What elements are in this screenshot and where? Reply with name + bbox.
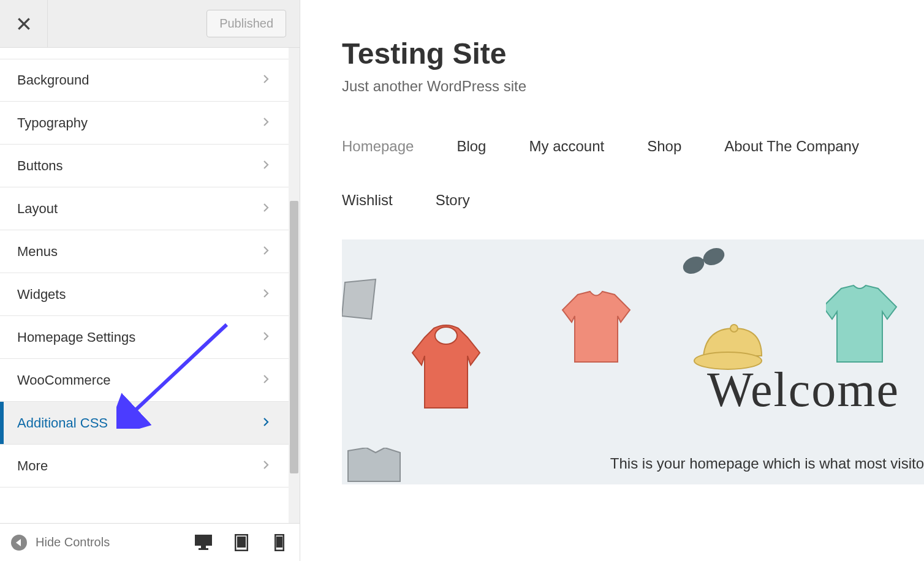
nav-item-blog[interactable]: Blog bbox=[456, 138, 486, 155]
chevron-right-icon bbox=[260, 415, 271, 431]
device-preview-toggle bbox=[194, 533, 289, 552]
panel-item-homepage-settings[interactable]: Homepage Settings bbox=[0, 316, 289, 359]
panel-item-label: Layout bbox=[17, 201, 58, 217]
desktop-preview-button[interactable] bbox=[194, 533, 213, 552]
hero-banner: Welcome This is your homepage which is w… bbox=[342, 239, 924, 484]
nav-item-story[interactable]: Story bbox=[436, 192, 470, 209]
teal-shirt-icon bbox=[826, 282, 899, 368]
chevron-right-icon bbox=[260, 287, 271, 303]
sidebar-header: Published bbox=[0, 0, 300, 48]
collapse-icon bbox=[11, 535, 27, 551]
panel-item-more[interactable]: More bbox=[0, 445, 289, 488]
svg-rect-2 bbox=[195, 535, 212, 546]
close-icon bbox=[16, 16, 32, 32]
grey-shirt-icon bbox=[342, 448, 403, 484]
chevron-right-icon bbox=[260, 372, 271, 388]
scrollbar-thumb[interactable] bbox=[290, 201, 298, 473]
svg-point-13 bbox=[730, 325, 738, 332]
sidebar-scrollbar[interactable] bbox=[289, 48, 300, 523]
panel-item-label: WooCommerce bbox=[17, 372, 110, 388]
grey-fold-icon bbox=[342, 276, 379, 325]
hero-description: This is your homepage which is what most… bbox=[610, 455, 924, 472]
nav-item-homepage[interactable]: Homepage bbox=[342, 138, 414, 155]
panel-item-label: Background bbox=[17, 72, 89, 88]
panel-item-widgets[interactable]: Widgets bbox=[0, 273, 289, 316]
svg-rect-4 bbox=[199, 548, 208, 550]
primary-navigation: Homepage Blog My account Shop About The … bbox=[342, 138, 893, 209]
panel-item-background[interactable]: Background bbox=[0, 59, 289, 102]
close-button[interactable] bbox=[0, 0, 48, 48]
nav-item-wishlist[interactable]: Wishlist bbox=[342, 192, 393, 209]
panel-item-label: Menus bbox=[17, 244, 58, 260]
svg-rect-3 bbox=[201, 546, 206, 548]
nav-item-shop[interactable]: Shop bbox=[647, 138, 681, 155]
red-hoodie-icon bbox=[409, 322, 483, 414]
panel-item-typography[interactable]: Typography bbox=[0, 102, 289, 145]
hide-controls-button[interactable]: Hide Controls bbox=[11, 535, 110, 551]
chevron-right-icon bbox=[260, 115, 271, 131]
panel-item-buttons[interactable]: Buttons bbox=[0, 145, 289, 187]
svg-point-9 bbox=[680, 254, 707, 277]
chevron-right-icon bbox=[260, 458, 271, 474]
hero-heading: Welcome bbox=[707, 362, 899, 418]
panel-item-label: Buttons bbox=[17, 158, 63, 174]
svg-rect-8 bbox=[276, 537, 282, 548]
customizer-panel-list: Background Typography Buttons Layout Men… bbox=[0, 48, 289, 523]
chevron-right-icon bbox=[260, 201, 271, 217]
site-preview: Testing Site Just another WordPress site… bbox=[300, 0, 924, 561]
panel-item-woocommerce[interactable]: WooCommerce bbox=[0, 359, 289, 402]
site-title[interactable]: Testing Site bbox=[342, 37, 924, 70]
mobile-icon bbox=[275, 534, 284, 551]
chevron-right-icon bbox=[260, 244, 271, 260]
panel-item-additional-css[interactable]: Additional CSS bbox=[0, 402, 289, 445]
mobile-preview-button[interactable] bbox=[270, 533, 289, 552]
svg-point-11 bbox=[435, 327, 457, 344]
tablet-preview-button[interactable] bbox=[232, 533, 251, 552]
panel-item-label: Typography bbox=[17, 115, 88, 131]
svg-point-10 bbox=[700, 245, 727, 269]
hide-controls-label: Hide Controls bbox=[36, 535, 110, 549]
panel-item-label: More bbox=[17, 458, 48, 474]
panel-item-label: Widgets bbox=[17, 287, 66, 303]
tablet-icon bbox=[235, 534, 248, 551]
panel-item-label: Homepage Settings bbox=[17, 329, 135, 345]
nav-item-about[interactable]: About The Company bbox=[724, 138, 859, 155]
desktop-icon bbox=[194, 534, 213, 551]
chevron-right-icon bbox=[260, 329, 271, 345]
customizer-sidebar: Published Background Typography Buttons … bbox=[0, 0, 300, 561]
sunglasses-icon bbox=[680, 239, 729, 282]
site-tagline: Just another WordPress site bbox=[342, 78, 924, 95]
panel-item-label: Additional CSS bbox=[17, 415, 108, 431]
panel-item-menus[interactable]: Menus bbox=[0, 230, 289, 273]
chevron-right-icon bbox=[260, 158, 271, 174]
panel-item-layout[interactable]: Layout bbox=[0, 187, 289, 230]
pink-tshirt-icon bbox=[559, 288, 633, 368]
chevron-right-icon bbox=[260, 72, 271, 88]
nav-item-my-account[interactable]: My account bbox=[529, 138, 604, 155]
sidebar-footer: Hide Controls bbox=[0, 523, 300, 561]
publish-button[interactable]: Published bbox=[206, 10, 286, 37]
svg-rect-6 bbox=[237, 537, 246, 548]
